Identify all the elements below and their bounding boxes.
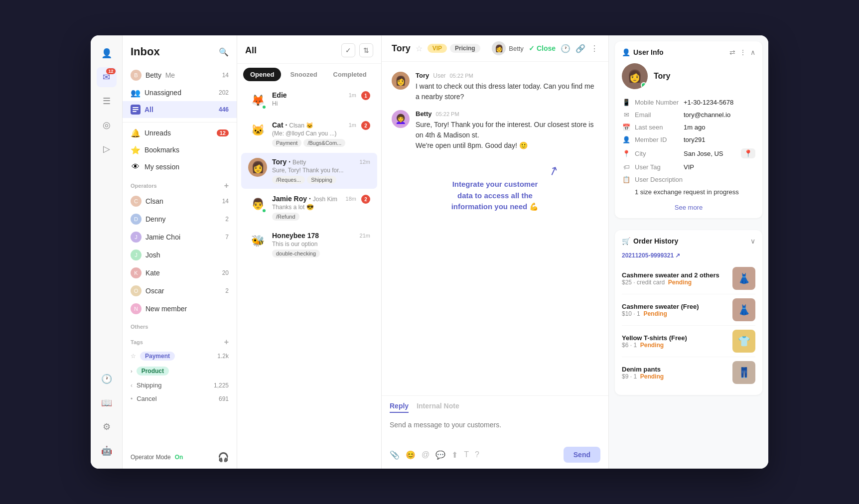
sidebar-item-my-session[interactable]: 👁 My session [123, 158, 237, 175]
chat-star-icon[interactable]: ☆ [416, 44, 423, 53]
cat-badge: 2 [361, 121, 370, 130]
info-row-description: 📋 User Description [622, 173, 755, 186]
tag-item-shipping[interactable]: ‹ Shipping 1,225 [123, 378, 237, 392]
rail-bot-icon[interactable]: 🤖 [97, 441, 117, 461]
emoji-icon[interactable]: 😊 [406, 450, 416, 460]
rail-send-icon[interactable]: ▷ [97, 139, 117, 159]
tag-item-product[interactable]: › Product [123, 364, 237, 378]
sidebar-item-bookmarks[interactable]: ⭐ Bookmarks [123, 141, 237, 158]
text-icon[interactable]: T [464, 450, 469, 459]
sidebar-item-kate[interactable]: K Kate 20 [123, 264, 237, 282]
tab-snoozed[interactable]: Snoozed [283, 68, 324, 81]
conv-item-honeybee[interactable]: 🐝 Honeybee 178 21m This is our option do… [241, 227, 377, 262]
attachment-icon[interactable]: 📎 [390, 450, 400, 460]
upload-icon[interactable]: ⬆ [451, 450, 458, 460]
rail-settings-icon[interactable]: ⚙ [97, 417, 117, 437]
clsan-count: 14 [222, 198, 229, 205]
new-member-avatar: N [131, 303, 142, 314]
checkmark-icon[interactable]: ✓ [341, 43, 355, 57]
rail-avatar-icon[interactable]: 👤 [97, 43, 117, 63]
honeybee-time: 21m [360, 233, 370, 239]
agent-info: 👩 Betty [492, 41, 524, 55]
more-icon[interactable]: ⋮ [590, 44, 598, 53]
conv-item-tory[interactable]: 👩 Tory · Betty 12m Sure, Tory! Thank you… [241, 153, 377, 189]
reply-input[interactable] [390, 417, 600, 441]
order-3-name: Yellow T-shirts (Free) [622, 334, 727, 342]
chat-header: Tory ☆ VIP Pricing 👩 Betty ✓ Close 🕐 🔗 [382, 35, 608, 62]
help-icon[interactable]: ? [475, 450, 479, 459]
chat-toolbar: 📎 😊 @ 💬 ⬆ T ? Send [390, 447, 600, 463]
conv-list: 🦊 Edie 1m Hi 1 🐱 [237, 81, 381, 469]
integrate-box: Integrate your customer data to access a… [392, 159, 598, 233]
send-button[interactable]: Send [564, 447, 600, 463]
rail-list-icon[interactable]: ☰ [97, 91, 117, 111]
sidebar-item-clsan[interactable]: C Clsan 14 [123, 192, 237, 210]
chat-contact-name: Tory [392, 43, 411, 54]
sidebar-item-jamie-choi[interactable]: J Jamie Choi 7 [123, 228, 237, 246]
arrow-icon: ↗ [547, 162, 561, 179]
sidebar-item-betty-me[interactable]: B Betty Me 14 [123, 66, 237, 84]
sidebar-item-new-member[interactable]: N New member [123, 300, 237, 318]
tory-preview: Sure, Tory! Thank you for... [272, 167, 370, 174]
internal-note-tab[interactable]: Internal Note [417, 402, 459, 413]
mention-icon[interactable]: @ [422, 450, 430, 459]
rail-pin-icon[interactable]: ◎ [97, 115, 117, 135]
sidebar-item-josh[interactable]: J Josh [123, 246, 237, 264]
add-tag-btn[interactable]: + [224, 338, 229, 347]
sidebar-search-icon[interactable]: 🔍 [219, 47, 229, 57]
order-collapse-icon[interactable]: ∨ [750, 237, 755, 245]
betty-msg-time: 05:22 PM [436, 111, 459, 117]
tab-completed[interactable]: Completed [326, 68, 374, 81]
sidebar-my-session-label: My session [144, 163, 229, 171]
operator-mode: Operator Mode On 🎧 [123, 446, 237, 469]
city-pin-icon[interactable]: 📍 [741, 148, 755, 158]
collapse-icon[interactable]: ∧ [750, 48, 755, 56]
cat-avatar: 🐱 [248, 121, 267, 140]
rail-inbox-icon[interactable]: ✉ 12 [97, 67, 117, 87]
josh-avatar: J [131, 250, 142, 260]
add-operator-btn[interactable]: + [224, 181, 229, 190]
edie-name: Edie [272, 91, 287, 99]
rail-clock-icon[interactable]: 🕐 [97, 369, 117, 389]
tag-item-payment[interactable]: ☆ Payment 1.2k [123, 349, 237, 364]
sidebar-item-all[interactable]: All 446 [123, 101, 237, 118]
order-link[interactable]: 20211205-9999321 ↗ [622, 252, 755, 259]
link-icon[interactable]: 🔗 [575, 44, 585, 53]
template-icon[interactable]: 💬 [435, 450, 445, 460]
jamie-roy-status-dot [262, 208, 267, 213]
unreads-badge: 12 [217, 129, 229, 136]
sidebar-all-count: 446 [219, 106, 229, 113]
conv-item-jamie-roy[interactable]: 👨 Jamie Roy · Josh Kim 18m Thanks a lot … [241, 190, 377, 226]
betty-msg-text: Sure, Tory! Thank you for the interest. … [416, 120, 598, 151]
close-button[interactable]: ✓ Close [529, 44, 556, 52]
see-more-btn[interactable]: See more [622, 204, 755, 211]
sidebar-item-unreads[interactable]: 🔔 Unreads 12 [123, 125, 237, 141]
user-icon: 👤 [622, 48, 630, 56]
msg-betty: 👩‍🦱 Betty 05:22 PM Sure, Tory! Thank you… [392, 110, 598, 151]
tag-item-cancel[interactable]: • Cancel 691 [123, 392, 237, 405]
tory-content: Tory · Betty 12m Sure, Tory! Thank you f… [272, 158, 370, 184]
sort-icon[interactable]: ⇅ [359, 43, 373, 57]
tab-opened[interactable]: Opened [243, 68, 281, 81]
sidebar: Inbox 🔍 B Betty Me 14 👥 Unassigned 202 A… [123, 35, 237, 469]
history-icon[interactable]: 🕐 [561, 44, 571, 53]
reply-tab[interactable]: Reply [390, 402, 409, 413]
conv-item-cat[interactable]: 🐱 Cat · Clsan 🐱 1m (Me: @lloyd Can you .… [241, 116, 377, 152]
conv-panel-header: All ✓ ⇅ [237, 35, 381, 64]
rail-book-icon[interactable]: 📖 [97, 393, 117, 413]
sidebar-item-denny[interactable]: D Denny 2 [123, 210, 237, 228]
sidebar-item-oscar[interactable]: O Oscar 2 [123, 282, 237, 300]
oscar-label: Oscar [145, 287, 221, 295]
sidebar-item-unassigned[interactable]: 👥 Unassigned 202 [123, 84, 237, 101]
tags-label: Tags + [123, 332, 237, 349]
expand-icon[interactable]: ⇄ [729, 48, 735, 56]
cat-content: Cat · Clsan 🐱 1m (Me: @lloyd Can you ...… [272, 121, 356, 147]
jamie-choi-label: Jamie Choi [145, 233, 221, 241]
operator-mode-status: On [175, 454, 183, 461]
more-icon[interactable]: ⋮ [739, 48, 746, 56]
oscar-count: 2 [225, 287, 229, 294]
tory-msg-content: Tory User 05:22 PM I want to check out t… [416, 72, 598, 102]
conv-item-edie[interactable]: 🦊 Edie 1m Hi 1 [241, 86, 377, 115]
user-info-title: 👤 User Info [622, 48, 664, 56]
denny-label: Denny [145, 215, 221, 223]
